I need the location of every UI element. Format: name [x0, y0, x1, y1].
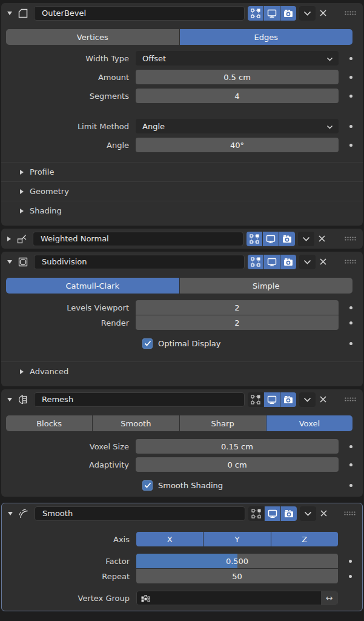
- adaptivity-field[interactable]: 0 cm: [136, 457, 339, 472]
- edit-mode-toggle[interactable]: [248, 392, 263, 407]
- delete-modifier-button[interactable]: [317, 233, 327, 244]
- render-display-toggle[interactable]: [280, 255, 296, 269]
- extras-dropdown-button[interactable]: [299, 6, 316, 21]
- axis-y-toggle[interactable]: Y: [204, 532, 270, 546]
- animate-decorator[interactable]: [349, 57, 352, 60]
- subdivision-modifier-icon: [16, 256, 30, 268]
- animate-decorator[interactable]: [349, 560, 352, 563]
- tab-vertices[interactable]: Vertices: [6, 29, 179, 45]
- animate-decorator[interactable]: [349, 484, 352, 487]
- realtime-display-toggle[interactable]: [265, 506, 280, 521]
- drag-handle-icon[interactable]: [344, 236, 357, 241]
- animate-decorator[interactable]: [349, 95, 352, 98]
- axis-z-toggle[interactable]: Z: [271, 532, 338, 546]
- animate-decorator[interactable]: [349, 125, 352, 128]
- limit-method-dropdown[interactable]: Angle: [136, 119, 339, 133]
- tab-voxel[interactable]: Voxel: [266, 415, 352, 431]
- expand-arrow-icon[interactable]: [7, 12, 12, 15]
- modifier-name-input[interactable]: Remesh: [34, 392, 245, 407]
- tab-edges[interactable]: Edges: [180, 29, 353, 45]
- factor-label: Factor: [2, 557, 136, 566]
- modifier-name: Remesh: [42, 395, 73, 404]
- drag-handle-icon[interactable]: [343, 511, 356, 516]
- voxel-size-label: Voxel Size: [1, 442, 136, 451]
- remesh-mode-segment-control: Blocks Smooth Sharp Voxel: [6, 415, 352, 431]
- tab-blocks[interactable]: Blocks: [6, 415, 92, 431]
- subpanel-advanced[interactable]: Advanced: [1, 361, 363, 381]
- tab-simple[interactable]: Simple: [180, 278, 353, 294]
- segments-field[interactable]: 4: [136, 89, 339, 103]
- factor-slider[interactable]: 0.500: [136, 554, 338, 568]
- animate-decorator[interactable]: [349, 321, 352, 324]
- modifier-name-input[interactable]: Smooth: [35, 506, 245, 521]
- animate-decorator[interactable]: [349, 306, 352, 309]
- animate-decorator[interactable]: [349, 575, 352, 578]
- modifier-header: Subdivision: [1, 252, 363, 272]
- expand-arrow-icon[interactable]: [7, 398, 12, 401]
- render-display-toggle[interactable]: [280, 6, 296, 21]
- edit-mode-toggle[interactable]: [247, 232, 262, 246]
- voxel-size-field[interactable]: 0.15 cm: [136, 439, 339, 454]
- modifier-panel-bevel: OuterBevel Vertices Edges Width Type: [1, 3, 363, 226]
- optimal-display-checkbox[interactable]: [142, 338, 153, 349]
- extras-dropdown-button[interactable]: [299, 255, 316, 269]
- extras-dropdown-button[interactable]: [299, 392, 316, 407]
- subpanel-shading[interactable]: Shading: [1, 201, 363, 220]
- edit-mode-toggle[interactable]: [248, 6, 263, 21]
- slider-fill: [136, 554, 237, 568]
- delete-modifier-button[interactable]: [319, 508, 329, 519]
- modifier-header: Remesh: [1, 389, 363, 409]
- modifier-panel-weighted-normal: Weighted Normal: [1, 229, 363, 249]
- render-display-toggle[interactable]: [281, 506, 297, 521]
- expand-arrow-icon[interactable]: [8, 512, 13, 515]
- delete-modifier-button[interactable]: [318, 257, 328, 267]
- limit-method-value: Angle: [142, 122, 165, 131]
- render-levels-field[interactable]: 2: [136, 315, 339, 330]
- tab-catmull-clark[interactable]: Catmull-Clark: [6, 278, 179, 294]
- remesh-modifier-icon: [16, 394, 30, 406]
- edit-mode-toggle[interactable]: [248, 506, 264, 521]
- delete-modifier-button[interactable]: [318, 394, 328, 404]
- realtime-display-toggle[interactable]: [263, 232, 279, 246]
- modifier-name-input[interactable]: OuterBevel: [34, 6, 245, 21]
- realtime-display-toggle[interactable]: [264, 392, 280, 407]
- render-display-toggle[interactable]: [279, 232, 295, 246]
- extras-dropdown-button[interactable]: [298, 232, 314, 246]
- drag-handle-icon[interactable]: [344, 259, 357, 264]
- modifier-name: Weighted Normal: [41, 234, 109, 243]
- vertex-group-input[interactable]: ↔: [136, 591, 338, 605]
- animate-decorator[interactable]: [349, 342, 352, 345]
- animate-decorator[interactable]: [349, 445, 352, 448]
- width-type-dropdown[interactable]: Offset: [136, 51, 339, 65]
- axis-label: Axis: [2, 535, 136, 544]
- display-toggle-group: [248, 6, 296, 21]
- modifier-name-input[interactable]: Weighted Normal: [33, 232, 243, 246]
- realtime-display-toggle[interactable]: [264, 6, 280, 21]
- expand-arrow-icon[interactable]: [7, 237, 11, 241]
- axis-x-toggle[interactable]: X: [136, 532, 203, 546]
- edit-mode-toggle[interactable]: [248, 255, 263, 269]
- expand-arrow-icon[interactable]: [7, 260, 12, 264]
- animate-decorator[interactable]: [349, 144, 352, 147]
- drag-handle-icon[interactable]: [344, 10, 357, 16]
- delete-modifier-button[interactable]: [318, 8, 328, 18]
- animate-decorator[interactable]: [349, 463, 352, 466]
- drag-handle-icon[interactable]: [344, 397, 357, 402]
- subdivision-type-segment-control: Catmull-Clark Simple: [6, 278, 352, 294]
- animate-decorator[interactable]: [349, 76, 352, 79]
- tab-smooth[interactable]: Smooth: [93, 415, 179, 431]
- realtime-display-toggle[interactable]: [264, 255, 280, 269]
- render-display-toggle[interactable]: [280, 392, 296, 407]
- swap-direction-button[interactable]: ↔: [321, 591, 337, 605]
- subpanel-geometry[interactable]: Geometry: [1, 181, 363, 201]
- angle-field[interactable]: 40°: [136, 138, 339, 152]
- repeat-field[interactable]: 50: [136, 569, 338, 583]
- extras-dropdown-button[interactable]: [300, 506, 316, 521]
- tab-sharp[interactable]: Sharp: [180, 415, 266, 431]
- smooth-shading-checkbox[interactable]: [142, 480, 153, 491]
- modifier-name-input[interactable]: Subdivision: [34, 255, 245, 269]
- vertex-group-label: Vertex Group: [2, 594, 136, 603]
- levels-viewport-field[interactable]: 2: [136, 300, 339, 315]
- subpanel-profile[interactable]: Profile: [1, 162, 363, 181]
- amount-field[interactable]: 0.5 cm: [136, 70, 339, 84]
